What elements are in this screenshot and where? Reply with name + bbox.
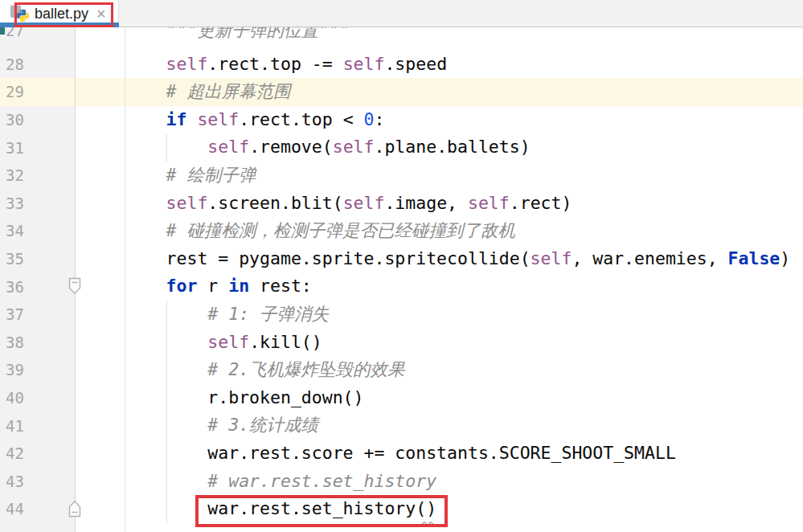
- code-text: for r in rest:: [75, 272, 312, 301]
- tab-annotation-box: [14, 2, 113, 27]
- code-line-38[interactable]: 38 self.kill(): [0, 329, 803, 357]
- line-number[interactable]: 44: [6, 500, 24, 518]
- token: for: [166, 276, 198, 296]
- code-line-34[interactable]: 34 # 碰撞检测，检测子弹是否已经碰撞到了敌机: [0, 217, 803, 245]
- token: r.broken_down(): [207, 387, 363, 407]
- code-text: self.screen.blit(self.image, self.rect): [75, 190, 572, 218]
- token: :: [374, 109, 384, 129]
- line-number[interactable]: 32: [6, 166, 24, 184]
- token: [186, 109, 197, 129]
- gutter-cell[interactable]: 39: [0, 356, 75, 384]
- token: self: [207, 137, 249, 157]
- token: # 绘制子弹: [166, 165, 256, 185]
- gutter-cell[interactable]: 42: [0, 440, 75, 468]
- line-number[interactable]: 27: [6, 27, 24, 39]
- token: self: [343, 193, 385, 213]
- ide-window: ballet.py × 27 """更新子弹的位置"""28 self.rect…: [0, 0, 803, 532]
- tab-bar: ballet.py ×: [0, 0, 803, 27]
- line-number[interactable]: 38: [6, 334, 24, 351]
- token: self: [166, 54, 208, 74]
- token: self: [166, 193, 208, 213]
- line-number[interactable]: 34: [6, 222, 24, 239]
- code-text: # 2.飞机爆炸坠毁的效果: [75, 356, 405, 384]
- code-line-32[interactable]: 32 # 绘制子弹: [0, 162, 803, 190]
- token: war.rest.score += constants.SCORE_SHOOT_…: [207, 443, 675, 463]
- token: .plane.ballets): [374, 137, 530, 157]
- gutter-cell[interactable]: 38: [0, 329, 75, 357]
- gutter-cell[interactable]: 40: [0, 384, 75, 412]
- code-line-28[interactable]: 28 self.rect.top -= self.speed: [0, 51, 803, 79]
- token: in: [228, 276, 249, 296]
- code-line-33[interactable]: 33 self.screen.blit(self.image, self.rec…: [0, 190, 803, 218]
- line-number[interactable]: 37: [6, 305, 24, 323]
- token: False: [728, 248, 780, 268]
- token: self: [197, 109, 239, 129]
- gutter-cell[interactable]: 35: [0, 245, 75, 273]
- editor-corner-marker: [0, 27, 5, 35]
- token: .screen.blit(: [207, 193, 342, 213]
- token: # 3.统计成绩: [207, 415, 318, 435]
- gutter-cell[interactable]: 44: [0, 495, 75, 523]
- gutter-cell[interactable]: 36: [0, 272, 75, 301]
- code-text: # 3.统计成绩: [75, 411, 318, 440]
- gutter-cell[interactable]: 43: [0, 468, 75, 496]
- token: .rect.top <: [239, 109, 363, 129]
- gutter-cell[interactable]: 30: [0, 106, 75, 134]
- line-number[interactable]: 43: [6, 473, 24, 490]
- gutter-cell[interactable]: 32: [0, 162, 75, 190]
- code-annotation-box: [195, 495, 448, 527]
- line-number[interactable]: 29: [6, 83, 24, 100]
- gutter-cell[interactable]: 34: [0, 217, 75, 245]
- gutter-cell[interactable]: 31: [0, 133, 75, 162]
- code-line-40[interactable]: 40 r.broken_down(): [0, 384, 803, 412]
- code-line-43[interactable]: 43 # war.rest.set_history: [0, 468, 803, 496]
- code-text: r.broken_down(): [75, 384, 364, 412]
- code-text: self.kill(): [75, 329, 322, 357]
- code-line-31[interactable]: 31 self.remove(self.plane.ballets): [0, 133, 803, 162]
- token: rest:: [249, 276, 312, 296]
- code-line-30[interactable]: 30 if self.rect.top < 0:: [0, 106, 803, 134]
- line-number[interactable]: 33: [6, 194, 24, 212]
- gutter-cell[interactable]: 41: [0, 411, 75, 440]
- line-number[interactable]: 30: [6, 111, 24, 129]
- code-text: self.remove(self.plane.ballets): [75, 133, 531, 162]
- code-line-39[interactable]: 39 # 2.飞机爆炸坠毁的效果: [0, 356, 803, 384]
- line-number[interactable]: 35: [6, 250, 24, 268]
- token: .image,: [384, 193, 468, 213]
- token: # 1: 子弹消失: [207, 304, 329, 324]
- token: .rect): [510, 193, 572, 213]
- code-line-27[interactable]: 27 """更新子弹的位置""": [0, 27, 803, 51]
- line-number[interactable]: 28: [6, 55, 24, 73]
- code-text: # 碰撞检测，检测子弹是否已经碰撞到了敌机: [75, 217, 515, 245]
- line-number[interactable]: 36: [6, 278, 24, 296]
- line-number[interactable]: 40: [6, 389, 24, 407]
- gutter-cell[interactable]: 29: [0, 78, 75, 106]
- line-number[interactable]: 39: [6, 361, 24, 379]
- line-number[interactable]: 41: [6, 417, 24, 435]
- gutter-cell[interactable]: 37: [0, 301, 75, 329]
- code-line-41[interactable]: 41 # 3.统计成绩: [0, 411, 803, 440]
- token: self: [343, 54, 385, 74]
- gutter-cell[interactable]: 27: [0, 27, 75, 51]
- line-number[interactable]: 42: [6, 444, 24, 462]
- line-number[interactable]: 31: [6, 139, 24, 157]
- code-line-29[interactable]: 29 # 超出屏幕范围: [0, 78, 803, 106]
- code-line-35[interactable]: 35 rest = pygame.sprite.spritecollide(se…: [0, 245, 803, 273]
- token: r: [197, 276, 228, 296]
- code-text: # war.rest.set_history: [75, 468, 436, 496]
- token: 0: [364, 109, 375, 129]
- token: # war.rest.set_history: [207, 471, 436, 491]
- code-line-37[interactable]: 37 # 1: 子弹消失: [0, 301, 803, 329]
- code-editor[interactable]: 27 """更新子弹的位置"""28 self.rect.top -= self…: [0, 27, 803, 532]
- token: ): [780, 248, 790, 268]
- code-text: self.rect.top -= self.speed: [75, 51, 447, 79]
- token: , war.enemies,: [572, 248, 727, 268]
- gutter-cell[interactable]: 28: [0, 51, 75, 79]
- token: """更新子弹的位置""": [166, 27, 350, 40]
- token: self: [333, 137, 375, 157]
- token: .speed: [384, 54, 447, 74]
- code-line-36[interactable]: 36 for r in rest:: [0, 272, 803, 301]
- code-line-42[interactable]: 42 war.rest.score += constants.SCORE_SHO…: [0, 440, 803, 468]
- token: self: [468, 193, 510, 213]
- gutter-cell[interactable]: 33: [0, 190, 75, 218]
